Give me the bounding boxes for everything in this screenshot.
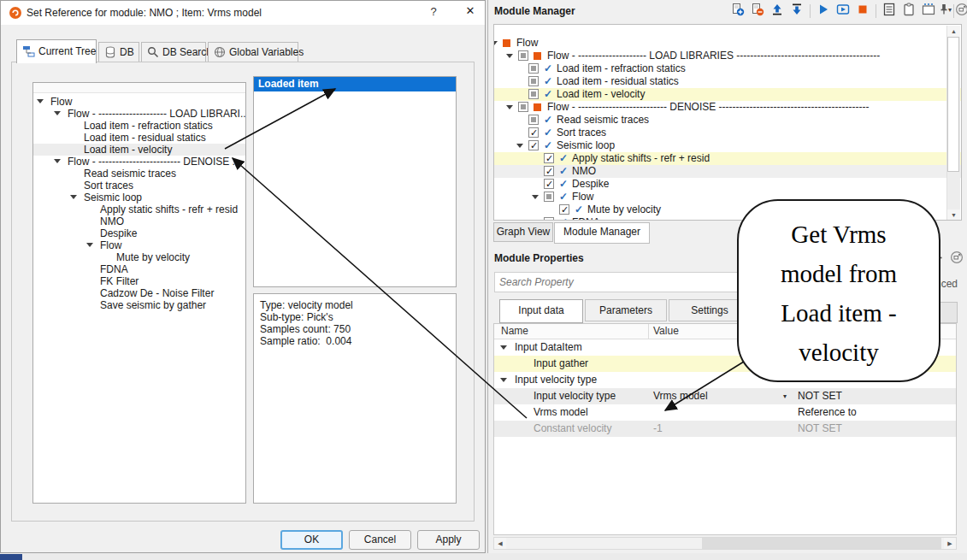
remove-module-icon[interactable] — [751, 3, 768, 20]
expander-icon[interactable] — [493, 41, 498, 45]
run-frame-icon[interactable] — [836, 3, 853, 20]
expander-icon[interactable] — [70, 195, 77, 199]
tree-vertical-scrollbar[interactable]: ▲ ▼ — [946, 26, 960, 221]
module-checkbox[interactable] — [528, 115, 539, 125]
apply-button[interactable]: Apply — [417, 530, 480, 550]
scrollbar-thumb[interactable] — [947, 37, 959, 172]
module-checkbox[interactable] — [518, 102, 528, 112]
module-checkbox[interactable] — [528, 140, 539, 150]
valid-check-icon: ✓ — [544, 114, 552, 126]
help-icon[interactable]: ? — [424, 5, 443, 21]
tab-global-variables[interactable]: Global Variables — [208, 42, 298, 63]
module-checkbox[interactable] — [544, 179, 554, 189]
scroll-right-icon[interactable]: ▶ — [944, 538, 956, 549]
report-icon[interactable] — [882, 3, 899, 20]
tab-graph-view[interactable]: Graph View — [493, 222, 553, 242]
module-checkbox[interactable] — [528, 127, 539, 138]
expander-icon[interactable] — [54, 159, 61, 163]
tab-db[interactable]: DB — [98, 42, 139, 63]
stop-icon[interactable] — [856, 3, 873, 20]
tree-item[interactable]: Flow - ------------------------ DENOISE … — [33, 156, 245, 168]
property-value[interactable]: Vrms model — [653, 388, 708, 404]
module-checkbox[interactable] — [528, 76, 539, 86]
tree-item[interactable]: Apply static shifts - refr + resid — [33, 203, 245, 215]
flow-tree-row[interactable]: ✓Seismic loop — [494, 139, 961, 152]
flow-tree-row[interactable]: ✓Load item - refraction statics — [494, 62, 961, 75]
module-checkbox[interactable] — [528, 63, 539, 74]
cancel-button[interactable]: Cancel — [349, 530, 411, 550]
pin-icon[interactable] — [937, 3, 954, 20]
flow-tree-row[interactable]: ✓Despike — [494, 178, 961, 191]
tree-item[interactable]: FK Filter — [33, 275, 245, 287]
module-checkbox[interactable] — [528, 89, 539, 99]
tree-item[interactable]: Cadzow De - Noise Filter — [33, 287, 245, 299]
tab-current-tree[interactable]: Current Tree — [16, 39, 97, 63]
tree-item[interactable]: Flow - -------------------- LOAD LIBRARI… — [33, 108, 245, 120]
clipboard-icon[interactable] — [902, 3, 919, 20]
flow-tree-row[interactable]: ✓Sort traces — [494, 127, 961, 139]
expander-icon[interactable] — [500, 378, 507, 382]
expander-icon[interactable] — [54, 111, 61, 115]
module-checkbox[interactable] — [544, 192, 554, 202]
flow-tree[interactable]: FlowFlow - -------------------- LOAD LIB… — [493, 24, 962, 221]
tab-module-manager[interactable]: Module Manager — [554, 222, 650, 244]
module-checkbox[interactable] — [544, 166, 554, 176]
tree-item[interactable]: Mute by velocity — [33, 251, 245, 263]
flow-tree-row[interactable]: ✓Load item - residual statics — [494, 75, 961, 88]
expander-icon[interactable] — [506, 54, 513, 58]
scroll-down-icon[interactable]: ▼ — [947, 209, 960, 221]
tree-item[interactable]: Load item - velocity — [33, 144, 245, 156]
tree-item[interactable]: Flow — [33, 96, 245, 108]
flow-tree-row[interactable]: ✓Apply static shifts - refr + resid — [494, 152, 961, 165]
close-icon[interactable]: ✕ — [459, 4, 481, 21]
module-checkbox[interactable] — [559, 204, 569, 215]
add-module-icon[interactable] — [731, 3, 748, 20]
dropdown-caret-icon[interactable]: ▾ — [783, 388, 787, 404]
module-checkbox[interactable] — [544, 153, 554, 163]
float-icon[interactable] — [955, 3, 967, 20]
expander-icon[interactable] — [37, 99, 44, 103]
tree-item[interactable]: Flow — [33, 239, 245, 251]
flow-tree-row[interactable]: ✓Read seismic traces — [494, 114, 961, 127]
move-up-icon[interactable] — [770, 3, 787, 20]
expander-icon[interactable] — [532, 195, 539, 199]
tree-item[interactable]: Save seismic by gather — [33, 299, 245, 311]
ok-button[interactable]: OK — [280, 530, 343, 550]
tree-item[interactable]: Despike — [33, 227, 245, 239]
scrollbar-thumb[interactable] — [702, 538, 941, 549]
run-icon[interactable] — [817, 3, 834, 20]
expander-icon[interactable] — [506, 105, 513, 109]
float-icon[interactable] — [950, 251, 967, 268]
flow-tree-row[interactable]: Flow - -------------------------- DENOIS… — [494, 101, 961, 114]
scroll-left-icon[interactable]: ◀ — [494, 538, 506, 549]
tab-input-data[interactable]: Input data — [499, 299, 583, 323]
property-row[interactable]: Vrms modelReference to — [494, 404, 956, 421]
scroll-up-icon[interactable]: ▲ — [947, 26, 960, 37]
module-checkbox[interactable] — [518, 50, 528, 61]
tree-item[interactable]: Seismic loop — [33, 192, 245, 203]
tab-db-search[interactable]: DB Search — [141, 42, 206, 63]
tree-item[interactable]: Read seismic traces — [33, 168, 245, 180]
expander-icon[interactable] — [500, 345, 507, 350]
properties-horizontal-scrollbar[interactable]: ◀ ▶ — [493, 537, 957, 550]
flow-tree-row[interactable]: ✓Load item - velocity — [494, 88, 961, 101]
module-checkbox[interactable] — [544, 217, 554, 221]
expander-icon[interactable] — [86, 243, 93, 247]
tab-parameters[interactable]: Parameters — [585, 299, 667, 321]
tree-item[interactable]: Load item - residual statics — [33, 132, 245, 144]
app-logo-icon — [9, 6, 22, 20]
new-window-icon[interactable] — [922, 3, 939, 20]
flow-tree-row[interactable]: ✓NMO — [494, 165, 961, 178]
tree-item[interactable]: NMO — [33, 215, 245, 227]
current-tree-panel[interactable]: FlowFlow - -------------------- LOAD LIB… — [32, 82, 246, 504]
expander-icon[interactable] — [516, 144, 523, 148]
flow-tree-row[interactable]: Flow — [494, 37, 961, 50]
tree-item[interactable]: Load item - refraction statics — [33, 120, 245, 132]
move-down-icon[interactable] — [790, 3, 807, 20]
tree-item[interactable]: Sort traces — [33, 180, 245, 192]
property-value[interactable]: -1 — [653, 421, 663, 437]
tree-item[interactable]: FDNA — [33, 263, 245, 275]
property-row[interactable]: Input velocity typeVrms model▾NOT SET — [494, 388, 956, 404]
property-row[interactable]: Constant velocity -1NOT SET — [494, 421, 956, 437]
flow-tree-row[interactable]: Flow - -------------------- LOAD LIBRARI… — [494, 50, 961, 62]
